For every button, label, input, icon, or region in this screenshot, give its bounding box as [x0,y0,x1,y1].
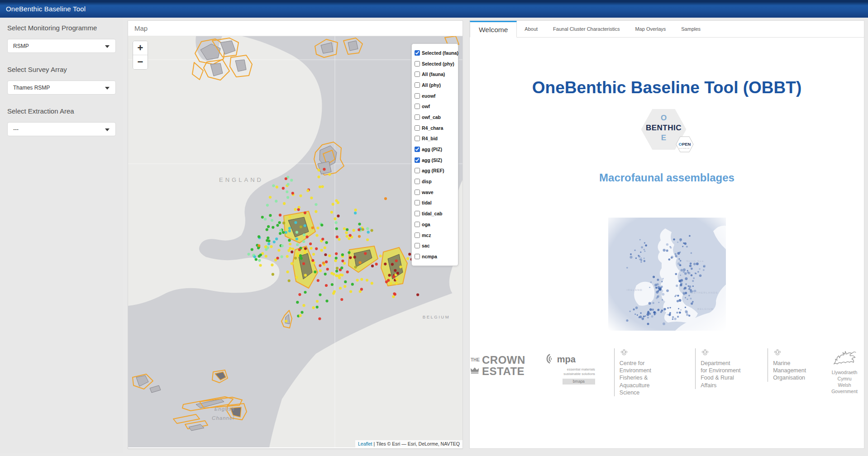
layer-checkbox-r4-chara[interactable]: R4_chara [415,123,455,133]
sample-marker [279,214,281,216]
layer-checkbox-mcz[interactable]: mcz [415,230,455,241]
zoom-in-button[interactable]: + [133,41,148,55]
layer-label: tidal [422,200,432,205]
checkbox-agg-siz[interactable] [415,157,420,163]
layer-checkbox-owf[interactable]: owf [415,101,455,112]
sample-marker [338,238,340,241]
layer-checkbox-agg-ref[interactable]: agg (REF) [415,166,455,176]
tab-welcome[interactable]: Welcome [470,21,517,38]
sample-marker [354,266,357,268]
sample-marker [265,248,267,251]
layer-checkbox-oga[interactable]: oga [415,219,455,230]
monitoring-programme-label: Select Monitoring Programme [7,24,116,32]
checkbox-selected-fauna[interactable] [415,50,420,56]
checkbox-wave[interactable] [415,190,420,195]
sample-marker [325,241,328,244]
survey-array-value: Thames RSMP [13,85,50,91]
sample-marker [416,293,419,296]
layer-checkbox-sac[interactable]: sac [415,240,455,251]
checkbox-sac[interactable] [415,243,420,248]
layer-checkbox-all-fauna[interactable]: All (fauna) [415,69,455,80]
checkbox-agg-piz[interactable] [415,147,420,152]
checkbox-owf-cab[interactable] [415,114,420,120]
sample-marker [272,226,274,229]
sample-marker [371,265,374,267]
checkbox-all-phy[interactable] [415,82,420,88]
layer-checkbox-owf-cab[interactable]: owf_cab [415,112,455,123]
sample-marker [253,256,256,258]
defra-line-1: Department [701,360,749,367]
sample-marker [353,229,355,232]
layer-checkbox-ncmpa[interactable]: ncmpa [415,251,455,262]
sample-marker [291,251,293,253]
sample-marker [298,293,301,296]
checkbox-r4-bid[interactable] [415,136,420,141]
layer-checkbox-selected-phy[interactable]: Selected (phy) [415,58,455,69]
sample-marker [324,247,326,249]
layer-checkbox-tidal-cab[interactable]: tidal_cab [415,208,455,219]
layer-checkbox-agg-piz[interactable]: agg (PIZ) [415,144,455,155]
checkbox-agg-ref[interactable] [415,168,420,173]
checkbox-mcz[interactable] [415,233,420,238]
map-place-label: Channel [212,415,234,421]
map-canvas[interactable]: ENGLANDBELGIUMEnglishChannel + − Selecte… [128,36,463,447]
sample-marker [288,239,291,242]
sample-marker [258,259,261,262]
mpa-tagline: essential materialssustainable solutions [544,367,595,377]
sample-marker [282,222,285,224]
layer-checkbox-tidal[interactable]: tidal [415,198,455,209]
leaflet-link[interactable]: Leaflet [358,441,372,446]
checkbox-all-fauna[interactable] [415,71,420,77]
sample-marker [288,279,291,282]
layer-label: ncmpa [422,254,437,259]
layer-checkbox-all-phy[interactable]: All (phy) [415,80,455,90]
layer-checkbox-r4-bid[interactable]: R4_bid [415,133,455,144]
checkbox-r4-chara[interactable] [415,125,420,131]
layer-label: euowf [422,93,435,99]
tab-about[interactable]: About [517,21,545,37]
cefas-line-1: Centre for Environment [620,360,676,375]
survey-array-select[interactable]: Thames RSMP [7,81,116,95]
sample-marker [325,284,328,287]
checkbox-tidal-cab[interactable] [415,211,420,216]
sample-marker [349,234,352,237]
mpa-logo-top: mpa [544,353,595,366]
sample-marker [285,177,287,180]
checkbox-euowf[interactable] [415,93,420,99]
sample-marker [339,287,342,290]
sample-marker [296,252,299,255]
mmo-line-1: Marine [773,360,806,367]
layer-checkbox-disp[interactable]: disp [415,176,455,187]
sample-marker [259,253,262,256]
checkbox-ncmpa[interactable] [415,254,420,259]
mmo-crest [773,348,806,358]
sample-marker [265,255,267,257]
layer-checkbox-agg-siz[interactable]: agg (SIZ) [415,155,455,166]
tab-samples[interactable]: Samples [673,21,708,37]
map-place-label: English [215,406,235,412]
sample-marker [320,223,323,226]
page-title: OneBenthic Baseline Tool (OBBT) [470,78,864,97]
checkbox-owf[interactable] [415,104,420,109]
zoom-out-button[interactable]: − [133,55,148,69]
checkbox-selected-phy[interactable] [415,61,420,66]
layer-checkbox-wave[interactable]: wave [415,187,455,198]
layer-label: oga [422,222,430,227]
sample-marker [366,279,368,281]
sample-marker [299,254,302,257]
sample-marker [264,246,267,248]
sample-marker [289,242,291,245]
checkbox-tidal[interactable] [415,200,420,205]
layer-checkbox-selected-fauna[interactable]: Selected (fauna) [415,48,455,58]
monitoring-programme-select[interactable]: RSMP [7,39,116,53]
layer-checkbox-euowf[interactable]: euowf [415,90,455,101]
sample-marker [344,280,347,283]
sample-marker [323,168,325,171]
tab-map-overlays[interactable]: Map Overlays [627,21,673,37]
checkbox-oga[interactable] [415,222,420,227]
extraction-area-select[interactable]: --- [7,122,116,136]
extraction-area-label: Select Extraction Area [7,107,116,115]
sample-marker [324,273,327,276]
tab-faunal-cluster-characteristics[interactable]: Faunal Cluster Characteristics [545,21,627,37]
checkbox-disp[interactable] [415,179,420,184]
